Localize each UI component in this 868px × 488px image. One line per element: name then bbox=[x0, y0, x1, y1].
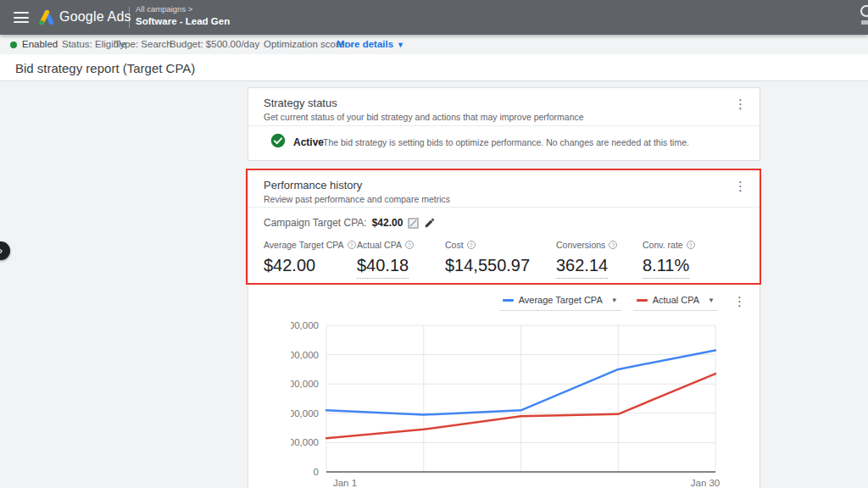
svg-text:400,000: 400,000 bbox=[291, 350, 319, 360]
metric-label: Conversions? bbox=[556, 240, 617, 250]
metric-label: Conv. rate? bbox=[643, 240, 695, 250]
svg-text:100,000: 100,000 bbox=[291, 437, 319, 447]
legend-actual-cpa[interactable]: Actual CPA▼ bbox=[633, 292, 718, 311]
card-subtitle: Get current status of your bid strategy … bbox=[264, 112, 746, 122]
active-check-icon bbox=[270, 133, 286, 148]
help-icon[interactable]: ? bbox=[405, 241, 414, 249]
campaign-target-cpa-row: Campaign Target CPA: $42.00 bbox=[264, 217, 436, 229]
metric-value: $14,550.97 bbox=[445, 256, 530, 278]
menu-icon[interactable] bbox=[14, 12, 29, 23]
search-icon[interactable] bbox=[860, 5, 868, 17]
help-icon[interactable]: ? bbox=[467, 241, 476, 249]
breadcrumb-parent[interactable]: All campaigns > bbox=[136, 5, 230, 14]
main-content: › Strategy status Get current status of … bbox=[0, 81, 868, 488]
metric-value: $42.00 bbox=[264, 256, 315, 278]
chart-legend: Average Target CPA▼Actual CPA▼⋮ bbox=[499, 292, 749, 311]
chart-box-icon[interactable] bbox=[408, 218, 419, 229]
metric-cost: Cost?$14,550.97 bbox=[445, 240, 530, 278]
card-title: Performance history bbox=[264, 179, 746, 191]
type-label: Type: Search bbox=[114, 39, 172, 49]
topbar-right-partial bbox=[861, 20, 868, 25]
performance-chart: 0100,000200,000300,000400,000500,000Jan … bbox=[291, 319, 740, 488]
kebab-menu-icon[interactable]: ⋮ bbox=[730, 177, 751, 196]
metrics-row: Average Target CPA?$42.00Actual CPA?$40.… bbox=[248, 238, 760, 286]
campaign-target-label: Campaign Target CPA: bbox=[264, 217, 367, 229]
strategy-status-card: Strategy status Get current status of yo… bbox=[248, 87, 760, 161]
chevron-down-icon: ▼ bbox=[708, 297, 715, 304]
enabled-label: Enabled bbox=[22, 39, 58, 49]
breadcrumb-separator: > bbox=[188, 4, 193, 14]
metric-actual-cpa: Actual CPA?$40.18 bbox=[357, 240, 414, 279]
card-title: Strategy status bbox=[264, 97, 746, 109]
svg-text:Jan 30: Jan 30 bbox=[691, 478, 721, 488]
help-icon[interactable]: ? bbox=[687, 241, 695, 249]
svg-text:200,000: 200,000 bbox=[291, 408, 319, 419]
metric-conv-rate: Conv. rate?8.11% bbox=[643, 240, 695, 279]
budget-label: Budget: $500.00/day bbox=[170, 39, 259, 49]
legend-color-swatch bbox=[637, 299, 648, 302]
metric-value: 362.14 bbox=[556, 256, 608, 279]
kebab-menu-icon[interactable]: ⋮ bbox=[730, 95, 751, 114]
metric-label: Average Target CPA? bbox=[264, 240, 356, 250]
divider bbox=[248, 125, 760, 126]
status-active-label: Active bbox=[293, 136, 324, 148]
metric-value: $40.18 bbox=[357, 256, 409, 279]
metric-label: Cost? bbox=[445, 240, 530, 250]
kebab-menu-icon[interactable]: ⋮ bbox=[730, 294, 749, 309]
chevron-down-icon: ▼ bbox=[611, 297, 618, 304]
topbar-divider bbox=[129, 7, 130, 28]
edit-pencil-icon[interactable] bbox=[424, 217, 436, 229]
card-subtitle: Review past performance and compare metr… bbox=[264, 194, 746, 204]
status-description: The bid strategy is setting bids to opti… bbox=[323, 137, 689, 147]
performance-history-card: Performance history Review past performa… bbox=[248, 169, 760, 488]
page-title: Bid strategy report (Target CPA) bbox=[15, 61, 195, 75]
more-details-link[interactable]: More details▼ bbox=[337, 39, 404, 49]
svg-text:500,000: 500,000 bbox=[291, 320, 319, 330]
guide-expand-arrow-button[interactable]: › bbox=[0, 241, 10, 260]
google-ads-logo-icon[interactable] bbox=[37, 8, 56, 26]
campaign-target-value: $42.00 bbox=[372, 217, 403, 229]
page-title-bar: Bid strategy report (Target CPA) bbox=[0, 54, 868, 81]
chevron-down-icon: ▼ bbox=[397, 41, 404, 49]
help-icon[interactable]: ? bbox=[348, 241, 356, 249]
legend-average-target-cpa[interactable]: Average Target CPA▼ bbox=[499, 292, 621, 311]
top-app-bar: Google Ads All campaigns > Software - Le… bbox=[0, 0, 868, 35]
divider bbox=[248, 207, 760, 208]
svg-text:Jan 1: Jan 1 bbox=[333, 478, 357, 488]
enabled-status-dot bbox=[10, 42, 17, 48]
metric-value: 8.11% bbox=[643, 256, 689, 279]
campaign-status-bar: Enabled Status: Eligible Type: Search Bu… bbox=[0, 35, 868, 54]
svg-text:0: 0 bbox=[314, 467, 319, 477]
legend-color-swatch bbox=[503, 299, 514, 302]
metric-label: Actual CPA? bbox=[357, 240, 414, 250]
metric-average-target-cpa: Average Target CPA?$42.00 bbox=[264, 240, 356, 278]
breadcrumb: All campaigns > Software - Lead Gen bbox=[136, 5, 230, 26]
svg-text:300,000: 300,000 bbox=[291, 379, 319, 389]
metric-conversions: Conversions?362.14 bbox=[556, 240, 617, 279]
help-icon[interactable]: ? bbox=[609, 241, 617, 249]
product-name: Google Ads bbox=[59, 9, 131, 25]
breadcrumb-current[interactable]: Software - Lead Gen bbox=[136, 17, 230, 27]
